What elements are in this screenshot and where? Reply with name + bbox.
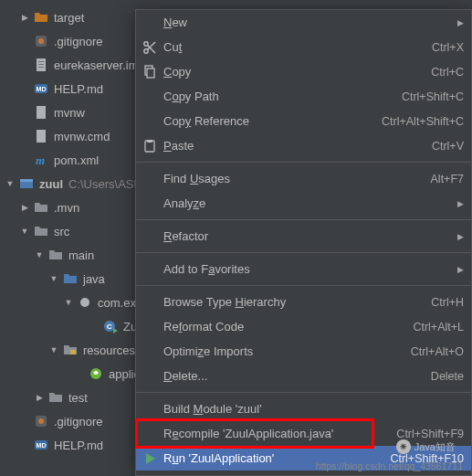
wechat-badge: ✳ Java知音 <box>396 439 456 454</box>
chevron-down-icon[interactable]: ▼ <box>33 249 46 261</box>
menu-item[interactable]: Copy PathCtrl+Shift+C <box>136 84 471 109</box>
chevron-right-icon[interactable]: ▶ <box>33 391 46 404</box>
svg-rect-4 <box>38 64 44 65</box>
menu-separator <box>136 285 471 286</box>
menu-item[interactable]: Optimize ImportsCtrl+Alt+O <box>136 339 471 364</box>
menu-item-shortcut: Ctrl+V <box>432 140 464 153</box>
menu-item-shortcut: Ctrl+Alt+L <box>413 321 464 333</box>
menu-item-shortcut: Ctrl+Alt+O <box>411 345 464 358</box>
menu-item-shortcut: Ctrl+C <box>431 66 464 79</box>
folder-icon <box>47 248 64 262</box>
menu-item-shortcut: Ctrl+Shift+C <box>402 90 464 103</box>
file-text-icon <box>33 58 49 72</box>
md-icon: MD <box>33 81 49 96</box>
chevron-down-icon[interactable]: ▼ <box>62 296 75 309</box>
menu-item-label: Reformat Code <box>163 320 244 333</box>
svg-rect-5 <box>38 67 44 68</box>
folder-orange-icon <box>33 10 49 25</box>
menu-item-label: Run 'ZuulApplication' <box>163 451 274 465</box>
menu-item-label: Paste <box>163 139 194 153</box>
tree-item-label: src <box>54 225 69 238</box>
module-icon <box>18 176 35 191</box>
svg-rect-30 <box>147 140 152 143</box>
menu-separator <box>136 162 471 163</box>
svg-rect-17 <box>70 350 76 354</box>
context-menu: New▶CutCtrl+XCopyCtrl+CCopy PathCtrl+Shi… <box>135 9 472 476</box>
tree-item-label: HELP.md <box>54 82 103 96</box>
svg-text:m: m <box>36 153 45 167</box>
menu-item-shortcut: Ctrl+Shift+F9 <box>396 428 464 440</box>
menu-item[interactable]: CutCtrl+X <box>136 35 471 59</box>
scissors-icon <box>142 40 157 55</box>
menu-item[interactable]: Find UsagesAlt+F7 <box>136 166 471 191</box>
menu-item[interactable]: PasteCtrl+V <box>136 133 471 158</box>
paste-icon <box>142 139 157 153</box>
maven-icon: m <box>33 153 49 167</box>
watermark-text: https://blog.csdn.net/qq_43561711 <box>316 460 463 471</box>
tree-item-path: C:\Users\ASU <box>68 177 142 191</box>
gitignore-icon <box>33 414 49 428</box>
tree-item-label: mvnw <box>54 106 85 120</box>
chevron-down-icon[interactable]: ▼ <box>18 225 31 238</box>
svg-text:MD: MD <box>37 442 47 449</box>
menu-item-label: Find Usages <box>163 172 230 185</box>
submenu-arrow-icon: ▶ <box>457 232 464 241</box>
svg-point-20 <box>38 418 44 424</box>
md-icon: MD <box>33 438 49 452</box>
menu-item-label: Copy Reference <box>163 114 249 128</box>
tree-item-label: zuul <box>39 177 63 191</box>
svg-text:MD: MD <box>37 86 47 92</box>
folder-res-icon <box>62 343 79 357</box>
menu-item-shortcut: Ctrl+H <box>431 296 464 309</box>
chevron-right-icon[interactable]: ▶ <box>18 201 31 214</box>
tree-item-label: resources <box>83 344 135 357</box>
menu-item[interactable]: Copy ReferenceCtrl+Alt+Shift+C <box>136 109 471 133</box>
menu-item[interactable]: Reformat CodeCtrl+Alt+L <box>136 314 471 339</box>
file-icon <box>33 105 49 120</box>
menu-item[interactable]: Analyze▶ <box>136 191 471 216</box>
menu-item[interactable]: Refactor▶ <box>136 224 471 249</box>
svg-rect-8 <box>37 106 46 119</box>
menu-separator <box>136 252 471 253</box>
menu-item-shortcut: Ctrl+Alt+Shift+C <box>382 115 464 128</box>
menu-item[interactable]: CopyCtrl+C <box>136 59 471 84</box>
menu-item[interactable]: Build Module 'zuul' <box>136 397 471 421</box>
menu-item-label: Copy <box>163 65 191 79</box>
svg-point-1 <box>38 38 44 44</box>
class-run-icon: C <box>102 319 119 333</box>
tree-item-label: java <box>83 272 105 286</box>
svg-marker-16 <box>113 328 118 333</box>
chevron-right-icon[interactable]: ▶ <box>18 11 31 24</box>
menu-item-label: Add to Favorites <box>163 262 250 276</box>
menu-item-shortcut: Alt+F7 <box>431 173 464 185</box>
menu-separator <box>136 219 471 220</box>
wechat-text: Java知音 <box>414 440 456 454</box>
menu-item-label: Delete... <box>163 369 207 383</box>
menu-item-shortcut: Delete <box>431 370 464 383</box>
copy-icon <box>142 65 157 79</box>
menu-item-label: Refactor <box>163 229 208 243</box>
tree-item-label: HELP.md <box>54 439 103 452</box>
menu-item[interactable]: Browse Type HierarchyCtrl+H <box>136 290 471 314</box>
tree-item-label: mvnw.cmd <box>54 130 110 143</box>
svg-point-13 <box>80 298 89 307</box>
menu-item[interactable]: Add to Favorites▶ <box>136 257 471 281</box>
menu-item-label: Browse Type Hierarchy <box>163 295 286 309</box>
menu-item[interactable]: New▶ <box>136 10 471 35</box>
chevron-down-icon[interactable]: ▼ <box>47 272 60 285</box>
tree-item-label: .gitignore <box>54 35 102 48</box>
tree-item-label: main <box>68 249 94 262</box>
wechat-icon: ✳ <box>396 439 411 454</box>
submenu-arrow-icon: ▶ <box>457 199 464 208</box>
menu-item-label: Build Module 'zuul' <box>163 402 262 416</box>
chevron-down-icon[interactable]: ▼ <box>47 344 60 356</box>
chevron-down-icon[interactable]: ▼ <box>4 177 16 190</box>
tree-item-label: .gitignore <box>54 415 102 428</box>
spring-icon <box>88 366 104 381</box>
tree-item-label: .mvn <box>54 201 79 215</box>
folder-icon <box>33 224 49 238</box>
run-icon <box>142 451 157 466</box>
menu-item[interactable]: Delete...Delete <box>136 364 471 388</box>
svg-rect-28 <box>147 69 154 78</box>
menu-separator <box>136 392 471 393</box>
